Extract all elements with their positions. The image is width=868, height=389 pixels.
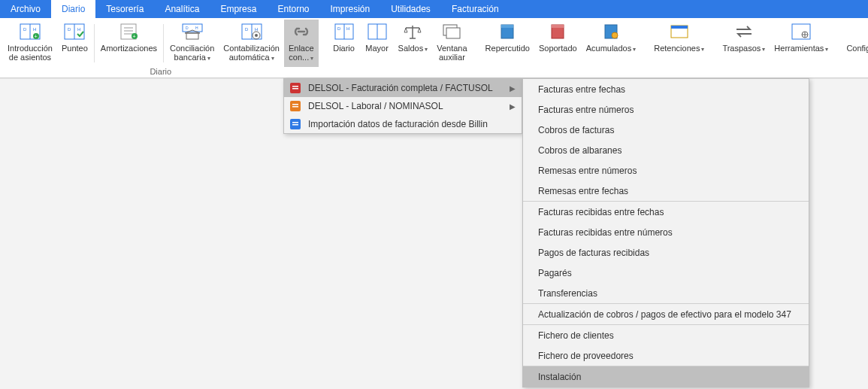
tab-impresión[interactable]: Impresión	[319, 0, 380, 18]
submenu-arrow-icon: ▶	[510, 84, 516, 93]
punteo-button[interactable]: DH Punteo	[57, 20, 92, 67]
mayor-icon	[365, 21, 389, 42]
diario-button[interactable]: DH Diario	[328, 20, 361, 67]
menu-item[interactable]: DELSOL - Facturación completa / FACTUSOL…	[284, 79, 522, 97]
submenu-item[interactable]: Fichero de proveedores	[523, 345, 809, 366]
repercutido-label: Repercutido	[485, 44, 530, 53]
tab-analítica[interactable]: Analítica	[154, 0, 210, 18]
svg-text:H: H	[346, 26, 349, 31]
mayor-label: Mayor	[365, 44, 389, 53]
amortizaciones-icon: +	[116, 21, 141, 42]
svg-rect-19	[186, 33, 198, 39]
acumulados-button[interactable]: Acumulados▾	[582, 20, 641, 67]
introduccion-asientos-button[interactable]: DH+ Introducción de asientos	[3, 20, 57, 67]
ventana-aux-button[interactable]: Ventana auxiliar	[432, 20, 471, 67]
separator	[94, 24, 95, 62]
submenu-item[interactable]: Facturas entre números	[523, 99, 809, 120]
submenu-item[interactable]: Facturas recibidas entre números	[523, 222, 809, 242]
submenu-item[interactable]: Pagos de facturas recibidas	[523, 242, 809, 263]
diario-icon: DH	[332, 21, 356, 42]
tab-tesorería[interactable]: Tesorería	[95, 0, 154, 18]
menu-item-label: Importación datos de facturación desde B…	[308, 119, 516, 129]
ventana-label: Ventana auxiliar	[437, 44, 467, 62]
amortizaciones-label: Amortizaciones	[101, 44, 157, 53]
tab-utilidades[interactable]: Utilidades	[380, 0, 441, 18]
submenu-arrow-icon: ▶	[510, 102, 516, 111]
auto-icon: DH	[240, 21, 264, 42]
retenciones-button[interactable]: Retenciones▾	[649, 20, 709, 67]
chevron-down-icon: ▾	[310, 55, 313, 62]
svg-rect-39	[501, 25, 513, 28]
svg-rect-37	[446, 28, 460, 38]
submenu-item[interactable]: Facturas entre fechas	[523, 79, 809, 99]
traspasos-label: Traspasos▾	[722, 44, 765, 54]
svg-rect-62	[292, 88, 298, 90]
traspasos-button[interactable]: Traspasos▾	[718, 20, 770, 67]
book-red-icon	[546, 21, 570, 42]
svg-text:H: H	[195, 26, 198, 30]
menu-item[interactable]: Importación datos de facturación desde B…	[284, 115, 522, 133]
bank-icon: DH	[180, 21, 204, 42]
submenu-item[interactable]: Facturas recibidas entre fechas	[523, 202, 809, 222]
main-tabs: ArchivoDiarioTesoreríaAnalíticaEmpresaEn…	[0, 0, 868, 18]
contabilizacion-button[interactable]: DH Contabilización automática▾	[219, 20, 284, 67]
submenu-item[interactable]: Pagarés	[523, 263, 809, 283]
chevron-down-icon: ▾	[701, 46, 704, 53]
submenu-item[interactable]: Cobros de albaranes	[523, 140, 809, 160]
chevron-down-icon: ▾	[271, 55, 274, 62]
book-blue-icon	[495, 21, 519, 42]
configuraciones-label: Configuraciones▾	[846, 44, 868, 54]
saldos-button[interactable]: Saldos▾	[394, 20, 433, 67]
enlace-label: Enlace con...▾	[289, 44, 314, 63]
group-label-diario: Diario	[3, 67, 319, 77]
submenu-item[interactable]: Remesas entre fechas	[523, 181, 809, 201]
svg-text:H: H	[77, 27, 80, 32]
tab-archivo[interactable]: Archivo	[0, 0, 51, 18]
chevron-down-icon: ▾	[762, 46, 765, 53]
submenu-item[interactable]: Actualización de cobros / pagos de efect…	[523, 304, 809, 324]
soportado-button[interactable]: Soportado	[534, 20, 582, 67]
acumulados-label: Acumulados▾	[586, 44, 637, 54]
svg-rect-67	[292, 122, 298, 123]
chevron-down-icon: ▾	[825, 46, 828, 53]
factusol-submenu: Facturas entre fechasFacturas entre núme…	[522, 78, 809, 387]
tab-diario[interactable]: Diario	[51, 0, 95, 18]
retenciones-label: Retenciones▾	[654, 44, 704, 54]
contabilizacion-label: Contabilización automática▾	[223, 44, 280, 63]
tab-empresa[interactable]: Empresa	[210, 0, 267, 18]
configuraciones-button[interactable]: Configuraciones▾	[842, 20, 868, 67]
tab-entorno[interactable]: Entorno	[267, 0, 319, 18]
window-icon	[440, 21, 464, 42]
submenu-item[interactable]: Instalación	[523, 366, 809, 387]
mayor-button[interactable]: Mayor	[361, 20, 394, 67]
transfer-icon	[732, 21, 756, 42]
svg-text:+: +	[133, 34, 136, 39]
menu-item[interactable]: DELSOL - Laboral / NOMINASOL▶	[284, 97, 522, 115]
menu-item-label: DELSOL - Laboral / NOMINASOL	[308, 101, 510, 111]
svg-rect-45	[671, 26, 688, 29]
submenu-item[interactable]: Remesas entre números	[523, 160, 809, 181]
herramientas-button[interactable]: Herramientas▾	[770, 20, 833, 67]
svg-rect-68	[292, 124, 298, 126]
amortizaciones-button[interactable]: + Amortizaciones	[96, 20, 162, 67]
saldos-label: Saldos▾	[398, 44, 428, 54]
app-icon	[289, 118, 302, 130]
svg-text:D: D	[337, 26, 341, 31]
conciliacion-button[interactable]: DH Conciliación bancaria▾	[165, 20, 219, 67]
link-icon	[289, 21, 313, 42]
table-icon	[667, 21, 691, 42]
submenu-item[interactable]: Transferencias	[523, 283, 809, 303]
svg-text:H: H	[255, 27, 258, 32]
enlace-con-button[interactable]: Enlace con...▾	[284, 20, 319, 67]
svg-point-43	[612, 32, 618, 38]
submenu-item[interactable]: Fichero de clientes	[523, 325, 809, 345]
tab-facturación[interactable]: Facturación	[441, 0, 510, 18]
punteo-label: Punteo	[62, 44, 88, 53]
introduccion-label: Introducción de asientos	[8, 44, 53, 62]
ledger-icon: DH+	[18, 21, 42, 42]
app-icon	[289, 82, 302, 94]
chevron-down-icon: ▾	[633, 46, 636, 53]
submenu-item[interactable]: Cobros de facturas	[523, 120, 809, 140]
svg-rect-41	[552, 25, 564, 28]
repercutido-button[interactable]: Repercutido	[481, 20, 534, 67]
